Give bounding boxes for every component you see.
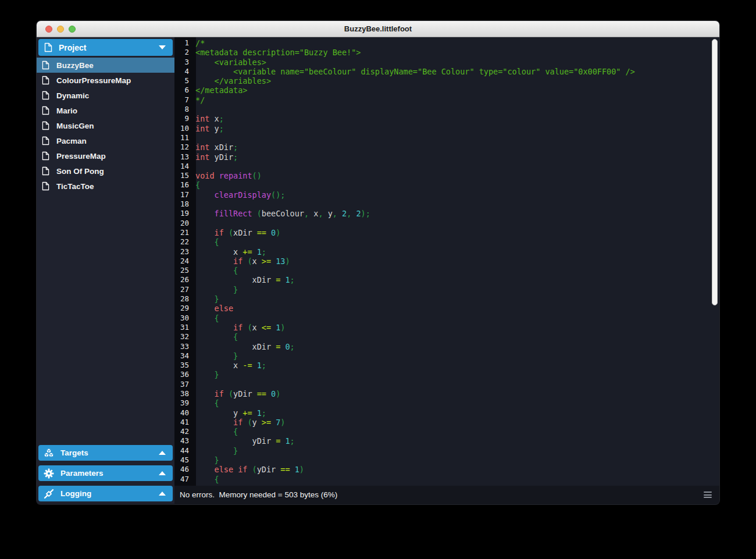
code-token: } xyxy=(195,285,238,294)
line-number: 3 xyxy=(174,58,192,67)
code-line: 39 { xyxy=(174,398,719,408)
code-line: 3 <variables> xyxy=(174,58,719,67)
panel-parameters[interactable]: Parameters xyxy=(38,465,173,481)
vertical-scrollbar-thumb[interactable] xyxy=(712,39,718,305)
code-token: { xyxy=(195,475,219,484)
code-token: beeColour xyxy=(262,209,304,218)
project-dropdown[interactable]: Project xyxy=(38,39,173,56)
sidebar-item-tictactoe[interactable]: TicTacToe xyxy=(37,179,174,194)
code-token: { xyxy=(195,180,200,190)
collapse-icon xyxy=(159,451,166,455)
sidebar-item-mario[interactable]: Mario xyxy=(37,103,174,118)
code-token: { xyxy=(195,266,238,275)
code-token: } xyxy=(195,446,238,455)
code-line: 13int yDir; xyxy=(174,152,719,162)
code-token: y xyxy=(252,418,257,427)
line-number: 31 xyxy=(174,323,192,332)
code-editor[interactable]: 1/*2<metadata description="Buzzy Bee!">3… xyxy=(174,37,719,486)
code-token: ; xyxy=(262,361,266,370)
line-number: 32 xyxy=(174,332,192,341)
code-token: x xyxy=(195,361,238,370)
code-token: xDir xyxy=(195,342,271,351)
code-text: } xyxy=(192,285,238,294)
code-line: 6</metadata> xyxy=(174,86,719,95)
code-token xyxy=(247,465,252,474)
code-token: /* xyxy=(195,38,205,48)
sidebar-item-label: Pacman xyxy=(56,137,87,145)
code-text: <metadata description="Buzzy Bee!"> xyxy=(192,48,361,57)
code-text: if (y >= 7) xyxy=(192,418,286,427)
code-token: if xyxy=(195,418,243,427)
line-number: 2 xyxy=(174,48,192,57)
code-token: ); xyxy=(361,209,370,218)
menu-icon[interactable] xyxy=(702,489,713,500)
code-token: <variables> xyxy=(195,58,266,67)
line-number: 44 xyxy=(174,446,192,455)
code-line: 40 y += 1; xyxy=(174,408,719,418)
code-token: ; xyxy=(290,342,295,351)
code-token: if xyxy=(195,228,224,237)
title-bar[interactable]: BuzzyBee.littlefoot xyxy=(37,21,719,37)
code-text: int y; xyxy=(192,124,224,133)
code-token: -= xyxy=(238,361,252,370)
line-number: 33 xyxy=(174,342,192,351)
code-token: 1 xyxy=(252,408,262,418)
code-line: 12int xDir; xyxy=(174,143,719,152)
code-text: { xyxy=(192,427,238,436)
collapse-icon xyxy=(159,471,166,475)
code-token: 13 xyxy=(271,257,285,266)
sidebar-item-buzzybee[interactable]: BuzzyBee xyxy=(37,58,174,73)
sidebar-item-musicgen[interactable]: MusicGen xyxy=(37,118,174,133)
code-line: 47 { xyxy=(174,475,719,484)
sidebar-item-son-of-pong[interactable]: Son Of Pong xyxy=(37,163,174,179)
line-number: 25 xyxy=(174,266,192,275)
sidebar-item-label: TicTacToe xyxy=(56,182,94,191)
line-number: 21 xyxy=(174,228,192,237)
code-line: 10int y; xyxy=(174,124,719,133)
code-line: 31 if (x <= 1) xyxy=(174,323,719,332)
code-token: , xyxy=(304,209,309,218)
line-number: 30 xyxy=(174,314,192,323)
code-text xyxy=(192,105,195,114)
code-token: y xyxy=(209,124,219,133)
gear-icon xyxy=(44,468,54,479)
line-number: 6 xyxy=(174,86,192,95)
code-token: xDir xyxy=(233,228,252,237)
code-line: 9int x; xyxy=(174,114,719,123)
code-token: >= xyxy=(257,418,271,427)
code-text xyxy=(192,380,195,389)
sidebar-item-colourpressuremap[interactable]: ColourPressureMap xyxy=(37,73,174,88)
code-token: else xyxy=(195,304,233,313)
panel-targets[interactable]: Targets xyxy=(38,445,173,461)
code-text: if (x <= 1) xyxy=(192,323,286,332)
code-token: y xyxy=(323,209,333,218)
code-token: ) xyxy=(276,389,280,398)
sidebar-item-pressuremap[interactable]: PressureMap xyxy=(37,148,174,163)
code-text: int xDir; xyxy=(192,143,238,152)
code-token: x xyxy=(309,209,318,218)
sidebar-item-dynamic[interactable]: Dynamic xyxy=(37,88,174,103)
code-token: >= xyxy=(257,257,271,266)
code-token: ; xyxy=(233,152,238,162)
code-token: if xyxy=(195,389,224,398)
code-token: 7 xyxy=(271,418,280,427)
code-token: x xyxy=(209,114,219,123)
panel-logging[interactable]: Logging xyxy=(38,486,173,501)
sidebar-item-pacman[interactable]: Pacman xyxy=(37,133,174,148)
code-text xyxy=(192,219,195,228)
code-token: += xyxy=(238,408,252,418)
code-token: ; xyxy=(233,143,238,152)
line-number: 14 xyxy=(174,162,192,171)
file-icon xyxy=(42,76,49,85)
line-number: 11 xyxy=(174,133,192,143)
code-text: <variables> xyxy=(192,58,266,67)
code-token: 2 xyxy=(351,209,361,218)
file-icon xyxy=(42,121,49,130)
code-token: yDir xyxy=(257,465,276,474)
code-text xyxy=(192,200,195,209)
code-token: x xyxy=(252,257,257,266)
file-icon xyxy=(42,136,49,145)
line-number: 38 xyxy=(174,389,192,398)
code-token: { xyxy=(195,314,219,323)
code-lines: 1/*2<metadata description="Buzzy Bee!">3… xyxy=(174,37,719,484)
